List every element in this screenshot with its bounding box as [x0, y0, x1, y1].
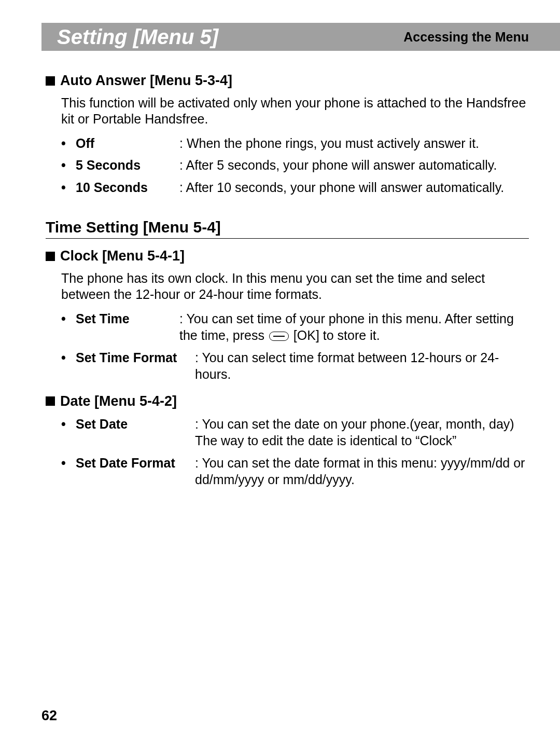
square-bullet-icon [46, 252, 55, 261]
clock-body: The phone has its own clock. In this men… [61, 270, 529, 303]
option-set-time: • Set Time : You can set time of your ph… [61, 310, 529, 344]
option-set-date-desc: : You can set the date on your phone.(ye… [195, 416, 529, 449]
bullet-icon: • [61, 179, 76, 196]
option-10sec-desc: : After 10 seconds, your phone will answ… [179, 179, 529, 196]
heading-auto-answer-text: Auto Answer [Menu 5-3-4] [60, 73, 232, 89]
bullet-icon: • [61, 157, 76, 174]
option-set-date-format: • Set Date Format : You can set the date… [61, 455, 529, 488]
ok-button-icon [269, 332, 289, 341]
option-5sec-desc: : After 5 seconds, your phone will answe… [179, 157, 529, 174]
header-title: Setting [Menu 5] [57, 25, 403, 49]
heading-clock: Clock [Menu 5-4-1] [46, 248, 529, 264]
option-set-time-format: • Set Time Format : You can select time … [61, 349, 529, 383]
bullet-icon: • [61, 349, 76, 383]
option-5sec-label: 5 Seconds [76, 157, 179, 174]
header-subtitle: Accessing the Menu [403, 30, 529, 45]
bullet-icon: • [61, 416, 76, 449]
auto-answer-body: This function will be activated only whe… [61, 95, 529, 128]
header-bar: Setting [Menu 5] Accessing the Menu [41, 23, 560, 51]
option-set-date: • Set Date : You can set the date on you… [61, 416, 529, 449]
option-set-date-format-label: Set Date Format [76, 455, 195, 488]
option-off-label: Off [76, 135, 179, 152]
bullet-icon: • [61, 455, 76, 488]
heading-date: Date [Menu 5-4-2] [46, 393, 529, 409]
option-10sec-label: 10 Seconds [76, 179, 179, 196]
page-content: Auto Answer [Menu 5-3-4] This function w… [46, 73, 529, 499]
option-set-date-label: Set Date [76, 416, 195, 449]
heading-clock-text: Clock [Menu 5-4-1] [60, 248, 185, 264]
page-number: 62 [41, 708, 57, 724]
option-set-date-format-desc: : You can set the date format in this me… [195, 455, 529, 488]
option-set-time-desc: : You can set time of your phone in this… [179, 310, 529, 344]
heading-auto-answer: Auto Answer [Menu 5-3-4] [46, 73, 529, 89]
bullet-icon: • [61, 310, 76, 344]
option-5sec: • 5 Seconds : After 5 seconds, your phon… [61, 157, 529, 174]
square-bullet-icon [46, 76, 55, 86]
heading-time-setting: Time Setting [Menu 5-4] [46, 218, 529, 239]
option-set-time-format-desc: : You can select time format between 12-… [195, 349, 529, 383]
option-off-desc: : When the phone rings, you must activel… [179, 135, 529, 152]
bullet-icon: • [61, 135, 76, 152]
option-set-time-format-label: Set Time Format [76, 349, 195, 383]
option-set-time-label: Set Time [76, 310, 179, 344]
set-time-desc-part2: [OK] to store it. [290, 328, 380, 342]
option-off: • Off : When the phone rings, you must a… [61, 135, 529, 152]
option-10sec: • 10 Seconds : After 10 seconds, your ph… [61, 179, 529, 196]
square-bullet-icon [46, 396, 55, 406]
heading-date-text: Date [Menu 5-4-2] [60, 393, 177, 409]
date-options: • Set Date : You can set the date on you… [61, 416, 529, 488]
